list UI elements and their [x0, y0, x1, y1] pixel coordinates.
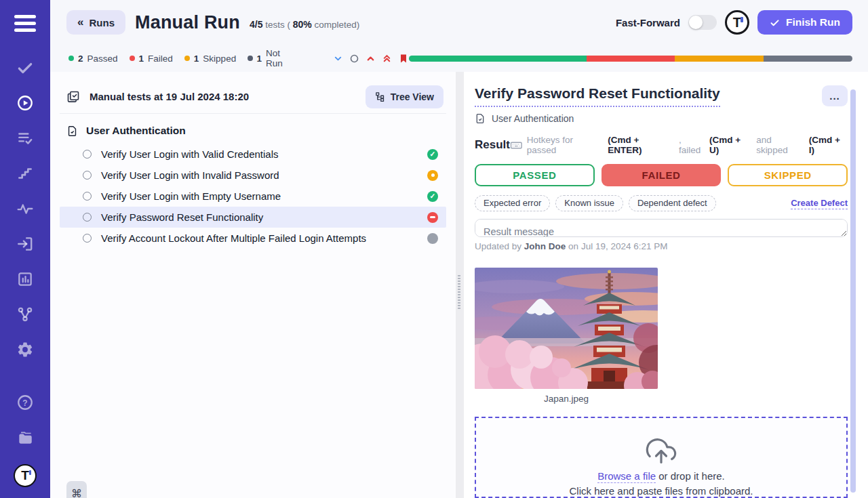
- content: Manual tests at 19 Jul 2024 18:20 Tree V…: [50, 72, 868, 498]
- page-title: Manual Run: [135, 12, 240, 33]
- count-skipped: 1Skipped: [184, 54, 236, 64]
- sidebar: ? T: [0, 0, 50, 498]
- circle-icon[interactable]: [349, 54, 359, 64]
- count-passed: 2Passed: [68, 54, 118, 64]
- test-detail-title[interactable]: Verify Password Reset Functionality: [475, 85, 720, 107]
- count-failed: 1Failed: [130, 54, 173, 64]
- main-area: « Runs Manual Run 4/5 tests ( 80% comple…: [50, 0, 868, 498]
- branch-icon[interactable]: [16, 306, 34, 323]
- status-bar: 2Passed 1Failed 1Skipped 1Not Run: [50, 45, 868, 72]
- keyboard-icon: [510, 139, 523, 152]
- settings-gear-icon[interactable]: [16, 341, 34, 358]
- chevron-up-icon[interactable]: [366, 54, 376, 64]
- chevron-down-icon[interactable]: [333, 54, 343, 64]
- test-row[interactable]: Verify Password Reset Functionality: [60, 207, 446, 228]
- more-options-button[interactable]: ...: [822, 85, 848, 106]
- run-title: Manual tests at 19 Jul 2024 18:20: [90, 91, 249, 102]
- test-title: Verify User Login with Empty Username: [101, 190, 281, 202]
- command-hotkeys-button[interactable]: ⌘: [66, 481, 87, 498]
- steps-icon[interactable]: [16, 165, 34, 182]
- failed-button[interactable]: FAILED: [601, 164, 722, 186]
- drag-handle-icon[interactable]: [458, 275, 460, 309]
- app-root: ? T « Runs Manual Run 4/5 tests ( 80% co…: [0, 0, 868, 498]
- test-row[interactable]: Verify Account Lockout After Multiple Fa…: [60, 228, 446, 249]
- suite-breadcrumb[interactable]: User Authentication: [475, 113, 848, 124]
- test-list-panel: Manual tests at 19 Jul 2024 18:20 Tree V…: [50, 72, 456, 498]
- test-radio[interactable]: [83, 234, 92, 243]
- activity-pulse-icon[interactable]: [16, 200, 34, 217]
- menu-icon[interactable]: [14, 15, 36, 32]
- file-check-icon: [66, 125, 78, 137]
- progress-segment-failed: [587, 56, 675, 62]
- run-play-icon[interactable]: [16, 94, 34, 112]
- test-row[interactable]: Verify User Login with Invalid Password: [60, 165, 446, 186]
- upload-cloud-icon: [646, 436, 677, 466]
- svg-text:?: ?: [22, 398, 27, 408]
- vertical-scrollbar[interactable]: [850, 89, 856, 493]
- file-check-icon: [475, 113, 486, 124]
- create-defect-link[interactable]: Create Defect: [791, 198, 848, 209]
- updated-info: Updated by John Doe on Jul 19, 2024 6:21…: [475, 241, 848, 251]
- suite-group-header[interactable]: User Authentication: [60, 114, 446, 144]
- back-to-runs-button[interactable]: « Runs: [66, 10, 125, 35]
- panel-resize-gutter[interactable]: [456, 72, 464, 498]
- failed-dot-icon: [130, 56, 135, 61]
- passed-button[interactable]: PASSED: [475, 164, 595, 186]
- paste-hint: Click here and paste files from clipboar…: [570, 485, 753, 497]
- test-status-icon: [427, 191, 438, 202]
- bookmark-icon[interactable]: [398, 53, 409, 64]
- projects-folder-icon[interactable]: [16, 429, 34, 447]
- tree-view-icon: [375, 91, 385, 102]
- tag-known-issue[interactable]: Known issue: [555, 195, 623, 211]
- test-detail-panel: Verify Password Reset Functionality ... …: [464, 72, 868, 498]
- test-status-icon: [427, 233, 438, 244]
- check-icon: [770, 18, 780, 28]
- file-dropzone[interactable]: Browse a file or drop it here. Click her…: [475, 417, 848, 498]
- skipped-dot-icon: [184, 56, 190, 61]
- fast-forward-toggle[interactable]: [688, 15, 717, 30]
- run-header: Manual tests at 19 Jul 2024 18:20 Tree V…: [60, 80, 446, 114]
- result-status-buttons: PASSED FAILED SKIPPED: [475, 164, 848, 186]
- double-chevron-left-icon: «: [77, 16, 83, 29]
- test-row[interactable]: Verify User Login with Empty Username: [60, 186, 446, 207]
- test-row[interactable]: Verify User Login with Valid Credentials: [60, 144, 446, 165]
- finish-run-button[interactable]: Finish Run: [757, 10, 852, 35]
- result-message-input[interactable]: [475, 219, 848, 237]
- test-status-icon: [427, 212, 438, 223]
- skipped-button[interactable]: SKIPPED: [728, 164, 848, 186]
- test-title: Verify User Login with Invalid Password: [101, 169, 279, 181]
- defect-tags-row: Expected error Known issue Dependent def…: [475, 195, 848, 211]
- test-title: Verify Password Reset Functionality: [101, 211, 263, 223]
- progress-segment-notrun: [764, 56, 852, 62]
- tag-expected-error[interactable]: Expected error: [475, 195, 550, 211]
- app-logo-icon[interactable]: T: [14, 464, 37, 487]
- double-chevron-up-icon[interactable]: [382, 54, 392, 64]
- tag-dependent-defect[interactable]: Dependent defect: [629, 195, 716, 211]
- drop-hint: or drop it here.: [658, 470, 725, 482]
- run-progress-bar: [409, 56, 852, 62]
- browse-file-link[interactable]: Browse a file: [597, 470, 656, 483]
- test-status-icon: [427, 170, 438, 181]
- topbar: « Runs Manual Run 4/5 tests ( 80% comple…: [50, 0, 868, 45]
- fast-forward-label: Fast-Forward: [616, 17, 680, 28]
- import-icon[interactable]: [16, 235, 34, 253]
- attachment-image[interactable]: [475, 268, 658, 389]
- test-radio[interactable]: [83, 213, 92, 222]
- run-progress-summary: 4/5 tests ( 80% completed): [250, 19, 359, 30]
- testomat-logo-icon[interactable]: T: [725, 10, 749, 35]
- result-section-header: Result Hotkeys for passed (Cmd + ENTER) …: [475, 135, 848, 155]
- report-chart-icon[interactable]: [16, 270, 34, 288]
- test-list-icon[interactable]: [16, 129, 34, 147]
- tree-view-button[interactable]: Tree View: [366, 85, 443, 108]
- progress-segment-passed: [409, 56, 587, 62]
- checklist-copy-icon: [66, 90, 80, 104]
- test-radio[interactable]: [83, 171, 92, 180]
- help-icon[interactable]: ?: [16, 394, 34, 411]
- test-radio[interactable]: [83, 192, 92, 201]
- passed-dot-icon: [68, 56, 74, 61]
- check-icon[interactable]: [16, 59, 34, 77]
- test-title: Verify User Login with Valid Credentials: [101, 148, 279, 160]
- test-radio[interactable]: [83, 150, 92, 159]
- attachment-filename: Japan.jpeg: [475, 394, 658, 404]
- hotkeys-hint: Hotkeys for passed (Cmd + ENTER) , faile…: [510, 135, 848, 155]
